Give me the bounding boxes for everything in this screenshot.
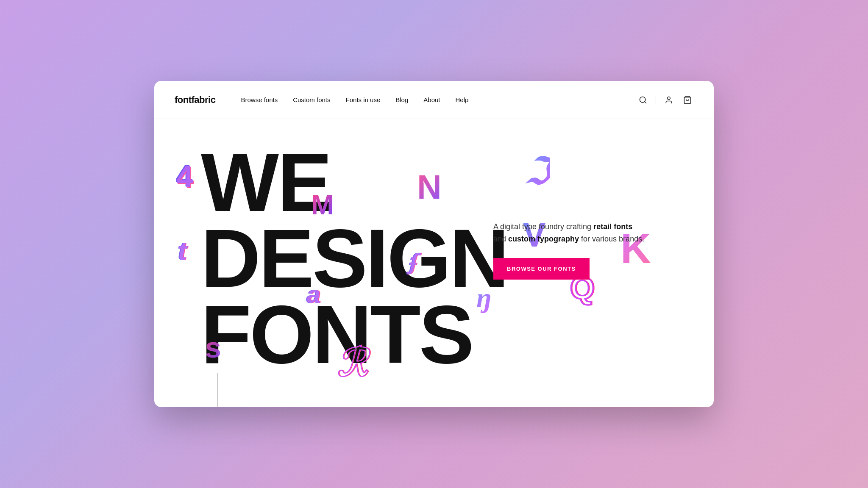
deco-letter-s: s xyxy=(205,331,221,364)
nav-browse-fonts[interactable]: Browse fonts xyxy=(241,96,278,103)
nav-custom-fonts[interactable]: Custom fonts xyxy=(293,96,330,103)
deco-letter-n: ŋ xyxy=(476,282,491,314)
svg-line-1 xyxy=(645,101,646,103)
headline-line1: WE xyxy=(201,144,508,220)
desc-bold2: custom typography xyxy=(508,235,579,243)
browser-window: fontfabric Browse fonts Custom fonts Fon… xyxy=(154,81,714,407)
nav-fonts-in-use[interactable]: Fonts in use xyxy=(346,96,381,103)
deco-letter-N: N xyxy=(417,168,442,207)
deco-M-inner: M xyxy=(311,189,334,220)
hero-section: WE DESIGN FONTS A digital type foundry c… xyxy=(154,119,714,407)
deco-letter-j: ʄ xyxy=(409,250,416,275)
logo[interactable]: fontfabric xyxy=(175,94,215,105)
desc-post: for various brands. xyxy=(579,235,644,243)
nav-divider xyxy=(656,95,656,105)
deco-letter-jj: ℑ xyxy=(525,151,550,193)
navbar: fontfabric Browse fonts Custom fonts Fon… xyxy=(154,81,714,119)
desc-pre: A digital type foundry crafting xyxy=(493,222,593,231)
nav-blog[interactable]: Blog xyxy=(395,96,408,103)
nav-about[interactable]: About xyxy=(423,96,440,103)
deco-letter-t: t xyxy=(178,236,187,266)
cart-icon[interactable] xyxy=(682,94,693,106)
deco-letter-a: a xyxy=(307,280,320,308)
nav-links: Browse fonts Custom fonts Fonts in use B… xyxy=(241,96,637,103)
deco-letter-4: 4 xyxy=(176,159,193,194)
hero-headline: WE DESIGN FONTS xyxy=(201,144,508,372)
deco-letter-M: M xyxy=(311,189,334,221)
nav-help[interactable]: Help xyxy=(456,96,469,103)
headline-line2: DESIGN xyxy=(201,220,508,296)
desc-bold1: retail fonts xyxy=(593,222,632,231)
account-icon[interactable] xyxy=(663,94,675,106)
deco-letter-R-script: ℛ xyxy=(337,341,366,385)
svg-point-2 xyxy=(668,97,670,100)
search-icon[interactable] xyxy=(637,94,649,106)
cta-button[interactable]: BROWSE OUR FONTS xyxy=(493,258,590,280)
nav-right xyxy=(637,94,693,106)
hero-description: A digital type foundry crafting retail f… xyxy=(493,221,646,245)
hero-content: A digital type foundry crafting retail f… xyxy=(493,221,646,280)
desc-mid: and xyxy=(493,235,508,243)
